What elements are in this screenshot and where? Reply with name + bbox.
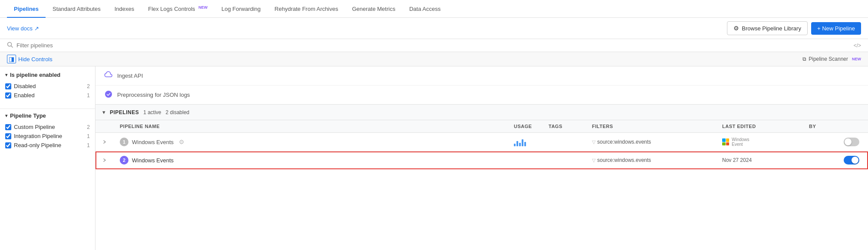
filter-item-readonly: Read-only Pipeline 1 <box>5 141 90 150</box>
external-link-icon: ↗ <box>34 25 39 32</box>
nav-item-rehydrate[interactable]: Rehydrate From Archives <box>268 0 345 17</box>
th-usage: USAGE <box>514 124 549 129</box>
row-1-actions: ⋮⋮ <box>844 138 861 146</box>
puzzle-icon: ⚙ <box>733 25 739 32</box>
row-2-toggle[interactable] <box>844 156 845 164</box>
row-2-last-edited: Nov 27 2024 <box>722 157 809 163</box>
usage-bar <box>524 142 526 146</box>
usage-bar <box>516 141 518 146</box>
row-1-pipeline-name: Windows Events <box>132 139 174 145</box>
action-buttons: ⚙ Browse Pipeline Library + New Pipeline <box>727 21 861 35</box>
row-1-name-cell: 1 Windows Events ⚙ <box>120 138 514 146</box>
row-1-usage <box>514 138 549 146</box>
nav-item-standard-attributes[interactable]: Standard Attributes <box>46 0 108 17</box>
row-2-number-badge: 2 <box>120 156 128 164</box>
code-icon[interactable]: </> <box>854 43 861 49</box>
filter-disabled-checkbox[interactable] <box>5 83 11 89</box>
nav-item-generate-metrics[interactable]: Generate Metrics <box>345 0 402 17</box>
row-2-filter: ▽ source:windows.events <box>592 157 722 163</box>
svg-line-1 <box>11 46 13 48</box>
svg-point-2 <box>105 91 112 98</box>
filter-item-enabled: Enabled 1 <box>5 91 90 100</box>
pipeline-scanner-button[interactable]: ⧉ Pipeline Scanner NEW <box>802 56 861 62</box>
filter-group-enabled-header[interactable]: ▾ Is pipeline enabled <box>5 72 90 78</box>
nav-item-indexes[interactable]: Indexes <box>108 0 141 17</box>
usage-bar <box>522 139 523 146</box>
filter-readonly-checkbox[interactable] <box>5 142 11 148</box>
th-actions <box>844 124 861 129</box>
browse-pipeline-library-button[interactable]: ⚙ Browse Pipeline Library <box>727 21 808 35</box>
nav-item-data-access[interactable]: Data Access <box>402 0 447 17</box>
search-icon <box>7 42 13 49</box>
row-2-actions: ⋮⋮ <box>844 156 861 164</box>
chevron-down-icon-2: ▾ <box>5 113 7 118</box>
filter-item-integration: Integration Pipeline 1 <box>5 132 90 141</box>
row-1-filter: ▽ source:windows.events <box>592 139 722 145</box>
row-1-number-badge: 1 <box>120 138 128 146</box>
search-input[interactable] <box>16 42 854 49</box>
usage-bar <box>519 143 521 146</box>
scanner-icon: ⧉ <box>802 56 806 62</box>
sidebar: ▾ Is pipeline enabled Disabled 2 Enabled… <box>0 66 95 250</box>
filter-item-disabled: Disabled 2 <box>5 82 90 91</box>
filter-enabled-checkbox[interactable] <box>5 92 11 99</box>
nav-item-pipelines[interactable]: Pipelines <box>7 0 46 17</box>
filter-custom-checkbox[interactable] <box>5 124 11 130</box>
filter-integration-checkbox[interactable] <box>5 133 11 139</box>
nav-item-flex-logs[interactable]: Flex Logs Controls NEW <box>141 0 214 17</box>
table-row[interactable]: 2 Windows Events ▽ source:windows.events… <box>95 151 868 169</box>
library-item-ingest[interactable]: Ingest API <box>95 66 868 86</box>
row-2-pipeline-name: Windows Events <box>132 157 174 164</box>
controls-bar: ◨ Hide Controls ⧉ Pipeline Scanner NEW <box>0 52 868 66</box>
hide-controls-icon: ◨ <box>7 55 16 63</box>
filter-item-custom: Custom Pipeline 2 <box>5 122 90 132</box>
integrate-icon: ⚙ <box>179 138 184 145</box>
check-circle-icon <box>104 90 113 100</box>
filter-group-type-header[interactable]: ▾ Pipeline Type <box>5 112 90 119</box>
filter-funnel-icon: ▽ <box>592 139 595 145</box>
filter-divider <box>0 109 95 109</box>
search-bar: </> <box>0 39 868 52</box>
table-header: PIPELINE NAME USAGE TAGS FILTERS LAST ED… <box>95 120 868 133</box>
view-docs-link[interactable]: View docs ↗ <box>7 25 39 32</box>
pipeline-section-chevron[interactable]: ▾ <box>102 109 105 115</box>
windows-logo: WindowsEvent <box>722 137 809 147</box>
action-bar: View docs ↗ ⚙ Browse Pipeline Library + … <box>0 18 868 39</box>
th-pipeline-name: PIPELINE NAME <box>120 124 514 129</box>
main-layout: ▾ Is pipeline enabled Disabled 2 Enabled… <box>0 66 868 250</box>
th-by: BY <box>809 124 844 129</box>
row-1-last-edited: WindowsEvent <box>722 137 809 147</box>
nav-item-log-forwarding[interactable]: Log Forwarding <box>214 0 267 17</box>
new-pipeline-button[interactable]: + New Pipeline <box>811 22 861 35</box>
library-item-preprocessing[interactable]: Preprocessing for JSON logs <box>95 86 868 104</box>
row-1-toggle[interactable] <box>844 138 845 146</box>
row-1-expand-icon[interactable] <box>102 140 120 144</box>
filter-funnel-icon-2: ▽ <box>592 158 595 163</box>
filter-group-enabled: ▾ Is pipeline enabled Disabled 2 Enabled… <box>0 72 95 105</box>
th-last-edited: LAST EDITED <box>722 124 809 129</box>
th-expand <box>102 124 120 129</box>
row-2-expand-icon[interactable] <box>102 158 120 162</box>
hide-controls-button[interactable]: ◨ Hide Controls <box>7 55 53 63</box>
row-2-name-cell: 2 Windows Events <box>120 156 514 164</box>
scanner-new-badge: NEW <box>852 57 861 61</box>
top-nav: Pipelines Standard Attributes Indexes Fl… <box>0 0 868 18</box>
filter-group-type: ▾ Pipeline Type Custom Pipeline 2 Integr… <box>0 112 95 155</box>
cloud-icon <box>104 71 113 81</box>
library-items: Ingest API Preprocessing for JSON logs <box>95 66 868 105</box>
chevron-down-icon: ▾ <box>5 72 7 77</box>
content: Ingest API Preprocessing for JSON logs ▾… <box>95 66 868 250</box>
flex-logs-new-badge: NEW <box>198 5 207 10</box>
usage-bar <box>514 144 516 146</box>
th-tags: TAGS <box>549 124 592 129</box>
table-row[interactable]: 1 Windows Events ⚙ ▽ source:windows.even… <box>95 133 868 151</box>
row-1-usage-bars <box>514 138 549 146</box>
th-filters: FILTERS <box>592 124 722 129</box>
pipeline-section-header: ▾ PIPELINES 1 active 2 disabled <box>95 105 868 120</box>
